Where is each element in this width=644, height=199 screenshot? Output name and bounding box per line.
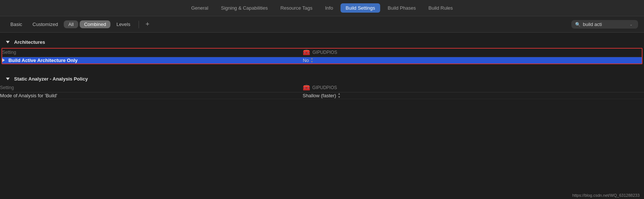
build-active-arch-label: Build Active Architecture Only	[2, 57, 303, 64]
architectures-section: Architectures Setting 🧰	[0, 36, 644, 64]
combined-button[interactable]: Combined	[80, 20, 110, 28]
tab-info[interactable]: Info	[320, 3, 338, 13]
tab-general[interactable]: General	[186, 3, 213, 13]
build-active-arch-value: No	[303, 58, 309, 63]
add-button[interactable]: +	[143, 20, 153, 28]
toolbar: Basic Customized All Combined Levels + 🔍…	[0, 16, 644, 33]
tab-build-phases[interactable]: Build Phases	[382, 3, 421, 13]
all-button[interactable]: All	[64, 20, 78, 28]
top-nav: General Signing & Capabilities Resource …	[0, 0, 644, 16]
static-analyzer-collapse-icon[interactable]	[6, 78, 10, 80]
customized-button[interactable]: Customized	[28, 20, 63, 29]
architectures-table: Setting 🧰 GIPUDPIOS Bui	[2, 49, 642, 63]
mode-analysis-row[interactable]: Mode of Analysis for 'Build' Shallow (fa…	[0, 92, 644, 99]
levels-button[interactable]: Levels	[112, 20, 135, 29]
architectures-header-row: Setting 🧰 GIPUDPIOS	[2, 49, 642, 57]
mode-analysis-label: Mode of Analysis for 'Build'	[0, 92, 303, 99]
url-bar: https://blog.csdn.net/WQ_631288233	[568, 192, 644, 199]
mode-analysis-stepper[interactable]: ▲ ▼	[338, 92, 341, 99]
architectures-title: Architectures	[14, 39, 45, 45]
static-toolbox-icon: 🧰	[303, 84, 310, 91]
static-value-header: 🧰 GIPUDPIOS	[303, 84, 477, 92]
gipudpios-label: GIPUDPIOS	[312, 50, 337, 55]
static-analyzer-table: Setting 🧰 GIPUDPIOS Mode of Analysis for…	[0, 84, 644, 99]
row-expand-icon[interactable]	[2, 58, 5, 62]
architectures-header: Architectures	[0, 36, 644, 47]
setting-header: Setting	[2, 49, 303, 57]
static-analyzer-header: Static Analyzer - Analysis Policy	[0, 72, 644, 84]
search-icon: 🔍	[575, 22, 581, 27]
build-active-arch-row[interactable]: Build Active Architecture Only No ▲ ▼	[2, 57, 642, 64]
toolbox-icon: 🧰	[303, 49, 310, 56]
architectures-collapse-icon[interactable]	[6, 41, 10, 43]
search-chevron-icon: ⌄	[630, 22, 633, 26]
search-input[interactable]	[583, 22, 627, 27]
basic-button[interactable]: Basic	[6, 20, 27, 29]
build-active-arch-value-cell: No ▲ ▼	[303, 57, 475, 64]
toolbar-divider	[139, 21, 139, 28]
tab-resource-tags[interactable]: Resource Tags	[275, 3, 318, 13]
static-setting-header: Setting	[0, 84, 303, 92]
mode-analysis-value: Shallow (faster)	[303, 93, 336, 98]
static-analyzer-title: Static Analyzer - Analysis Policy	[14, 76, 88, 82]
search-box[interactable]: 🔍 ⌄	[571, 20, 638, 29]
tab-build-rules[interactable]: Build Rules	[423, 3, 458, 13]
content-area: Architectures Setting 🧰	[0, 33, 644, 199]
tab-signing[interactable]: Signing & Capabilities	[216, 3, 273, 13]
tab-build-settings[interactable]: Build Settings	[341, 3, 381, 13]
static-analyzer-section: Static Analyzer - Analysis Policy Settin…	[0, 72, 644, 99]
value-stepper[interactable]: ▲ ▼	[311, 57, 313, 63]
static-gipudpios-label: GIPUDPIOS	[312, 85, 337, 90]
build-active-arch-text: Build Active Architecture Only	[9, 58, 78, 63]
mode-analysis-value-cell: Shallow (faster) ▲ ▼	[303, 92, 477, 99]
value-header: 🧰 GIPUDPIOS	[303, 49, 475, 57]
static-analyzer-header-row: Setting 🧰 GIPUDPIOS	[0, 84, 644, 92]
